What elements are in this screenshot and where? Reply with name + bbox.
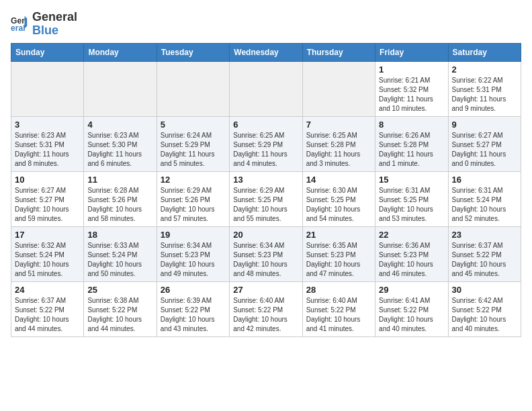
day-info: Sunrise: 6:37 AM Sunset: 5:22 PM Dayligh… — [15, 296, 80, 334]
day-info: Sunrise: 6:27 AM Sunset: 5:27 PM Dayligh… — [15, 186, 80, 224]
day-number: 11 — [87, 175, 152, 185]
day-number: 4 — [87, 120, 152, 130]
day-number: 3 — [15, 120, 80, 130]
day-cell: 22Sunrise: 6:36 AM Sunset: 5:23 PM Dayli… — [375, 226, 448, 281]
day-cell: 10Sunrise: 6:27 AM Sunset: 5:27 PM Dayli… — [11, 171, 84, 226]
day-number: 23 — [452, 230, 517, 240]
day-cell: 28Sunrise: 6:40 AM Sunset: 5:22 PM Dayli… — [302, 281, 375, 336]
day-number: 17 — [15, 230, 80, 240]
day-cell: 3Sunrise: 6:23 AM Sunset: 5:31 PM Daylig… — [11, 116, 84, 171]
day-cell: 2Sunrise: 6:22 AM Sunset: 5:31 PM Daylig… — [448, 61, 521, 116]
week-row-3: 10Sunrise: 6:27 AM Sunset: 5:27 PM Dayli… — [11, 171, 521, 226]
day-number: 26 — [161, 285, 226, 295]
day-cell: 16Sunrise: 6:31 AM Sunset: 5:24 PM Dayli… — [448, 171, 521, 226]
day-cell: 25Sunrise: 6:38 AM Sunset: 5:22 PM Dayli… — [84, 281, 157, 336]
day-number: 24 — [15, 285, 80, 295]
day-info: Sunrise: 6:23 AM Sunset: 5:30 PM Dayligh… — [87, 131, 152, 169]
day-cell: 7Sunrise: 6:25 AM Sunset: 5:28 PM Daylig… — [302, 116, 375, 171]
day-cell: 9Sunrise: 6:27 AM Sunset: 5:27 PM Daylig… — [448, 116, 521, 171]
day-cell: 15Sunrise: 6:31 AM Sunset: 5:25 PM Dayli… — [375, 171, 448, 226]
calendar-body: 1Sunrise: 6:21 AM Sunset: 5:32 PM Daylig… — [11, 61, 521, 336]
week-row-4: 17Sunrise: 6:32 AM Sunset: 5:24 PM Dayli… — [11, 226, 521, 281]
day-cell: 14Sunrise: 6:30 AM Sunset: 5:25 PM Dayli… — [302, 171, 375, 226]
svg-text:eral: eral — [11, 24, 26, 33]
day-info: Sunrise: 6:34 AM Sunset: 5:23 PM Dayligh… — [161, 241, 226, 279]
header-cell-friday: Friday — [375, 43, 448, 61]
day-info: Sunrise: 6:25 AM Sunset: 5:28 PM Dayligh… — [306, 131, 371, 169]
day-number: 15 — [379, 175, 444, 185]
day-cell: 24Sunrise: 6:37 AM Sunset: 5:22 PM Dayli… — [11, 281, 84, 336]
day-info: Sunrise: 6:42 AM Sunset: 5:22 PM Dayligh… — [452, 296, 517, 334]
week-row-5: 24Sunrise: 6:37 AM Sunset: 5:22 PM Dayli… — [11, 281, 521, 336]
header-cell-wednesday: Wednesday — [230, 43, 302, 61]
calendar-table: SundayMondayTuesdayWednesdayThursdayFrid… — [11, 43, 521, 337]
day-number: 1 — [379, 64, 444, 75]
day-number: 2 — [452, 64, 517, 75]
header-row: SundayMondayTuesdayWednesdayThursdayFrid… — [11, 43, 521, 61]
day-number: 20 — [233, 230, 298, 240]
day-info: Sunrise: 6:27 AM Sunset: 5:27 PM Dayligh… — [452, 131, 517, 169]
header-cell-tuesday: Tuesday — [157, 43, 229, 61]
day-number: 28 — [306, 285, 371, 295]
day-info: Sunrise: 6:37 AM Sunset: 5:22 PM Dayligh… — [452, 241, 517, 279]
day-info: Sunrise: 6:35 AM Sunset: 5:23 PM Dayligh… — [306, 241, 371, 279]
day-info: Sunrise: 6:39 AM Sunset: 5:22 PM Dayligh… — [161, 296, 226, 334]
day-cell: 1Sunrise: 6:21 AM Sunset: 5:32 PM Daylig… — [375, 61, 448, 116]
day-number: 10 — [15, 175, 80, 185]
day-number: 29 — [379, 285, 444, 295]
logo: Gen eral GeneralBlue — [11, 11, 77, 38]
header-cell-monday: Monday — [84, 43, 157, 61]
day-info: Sunrise: 6:31 AM Sunset: 5:24 PM Dayligh… — [452, 186, 517, 224]
week-row-1: 1Sunrise: 6:21 AM Sunset: 5:32 PM Daylig… — [11, 61, 521, 116]
day-cell: 8Sunrise: 6:26 AM Sunset: 5:28 PM Daylig… — [375, 116, 448, 171]
logo-icon: Gen eral — [11, 15, 30, 34]
day-number: 5 — [161, 120, 226, 130]
header-cell-saturday: Saturday — [448, 43, 521, 61]
day-info: Sunrise: 6:25 AM Sunset: 5:29 PM Dayligh… — [233, 131, 298, 169]
day-cell: 21Sunrise: 6:35 AM Sunset: 5:23 PM Dayli… — [302, 226, 375, 281]
day-info: Sunrise: 6:41 AM Sunset: 5:22 PM Dayligh… — [379, 296, 444, 334]
day-cell — [230, 61, 302, 116]
day-info: Sunrise: 6:21 AM Sunset: 5:32 PM Dayligh… — [379, 76, 444, 113]
svg-marker-2 — [25, 16, 30, 29]
header-cell-thursday: Thursday — [302, 43, 375, 61]
day-number: 18 — [87, 230, 152, 240]
day-cell: 23Sunrise: 6:37 AM Sunset: 5:22 PM Dayli… — [448, 226, 521, 281]
day-cell: 27Sunrise: 6:40 AM Sunset: 5:22 PM Dayli… — [230, 281, 302, 336]
day-cell — [11, 61, 84, 116]
day-number: 6 — [233, 120, 298, 130]
day-info: Sunrise: 6:28 AM Sunset: 5:26 PM Dayligh… — [87, 186, 152, 224]
day-number: 12 — [161, 175, 226, 185]
day-cell — [302, 61, 375, 116]
day-info: Sunrise: 6:22 AM Sunset: 5:31 PM Dayligh… — [452, 76, 517, 113]
day-number: 30 — [452, 285, 517, 295]
day-info: Sunrise: 6:40 AM Sunset: 5:22 PM Dayligh… — [233, 296, 298, 334]
day-info: Sunrise: 6:31 AM Sunset: 5:25 PM Dayligh… — [379, 186, 444, 224]
day-cell: 4Sunrise: 6:23 AM Sunset: 5:30 PM Daylig… — [84, 116, 157, 171]
day-cell: 18Sunrise: 6:33 AM Sunset: 5:24 PM Dayli… — [84, 226, 157, 281]
day-cell: 20Sunrise: 6:34 AM Sunset: 5:23 PM Dayli… — [230, 226, 302, 281]
day-cell: 6Sunrise: 6:25 AM Sunset: 5:29 PM Daylig… — [230, 116, 302, 171]
day-info: Sunrise: 6:23 AM Sunset: 5:31 PM Dayligh… — [15, 131, 80, 169]
day-cell — [84, 61, 157, 116]
day-info: Sunrise: 6:32 AM Sunset: 5:24 PM Dayligh… — [15, 241, 80, 279]
day-cell: 12Sunrise: 6:29 AM Sunset: 5:26 PM Dayli… — [157, 171, 229, 226]
day-number: 13 — [233, 175, 298, 185]
day-number: 19 — [161, 230, 226, 240]
day-number: 8 — [379, 120, 444, 130]
day-info: Sunrise: 6:33 AM Sunset: 5:24 PM Dayligh… — [87, 241, 152, 279]
day-number: 16 — [452, 175, 517, 185]
day-cell: 11Sunrise: 6:28 AM Sunset: 5:26 PM Dayli… — [84, 171, 157, 226]
day-info: Sunrise: 6:26 AM Sunset: 5:28 PM Dayligh… — [379, 131, 444, 169]
logo-text: GeneralBlue — [32, 11, 77, 38]
calendar-header: SundayMondayTuesdayWednesdayThursdayFrid… — [11, 43, 521, 61]
day-info: Sunrise: 6:29 AM Sunset: 5:25 PM Dayligh… — [233, 186, 298, 224]
page-header: Gen eral GeneralBlue — [11, 11, 521, 38]
day-info: Sunrise: 6:40 AM Sunset: 5:22 PM Dayligh… — [306, 296, 371, 334]
day-number: 21 — [306, 230, 371, 240]
day-cell: 30Sunrise: 6:42 AM Sunset: 5:22 PM Dayli… — [448, 281, 521, 336]
day-info: Sunrise: 6:34 AM Sunset: 5:23 PM Dayligh… — [233, 241, 298, 279]
day-cell: 19Sunrise: 6:34 AM Sunset: 5:23 PM Dayli… — [157, 226, 229, 281]
day-info: Sunrise: 6:36 AM Sunset: 5:23 PM Dayligh… — [379, 241, 444, 279]
day-cell: 13Sunrise: 6:29 AM Sunset: 5:25 PM Dayli… — [230, 171, 302, 226]
